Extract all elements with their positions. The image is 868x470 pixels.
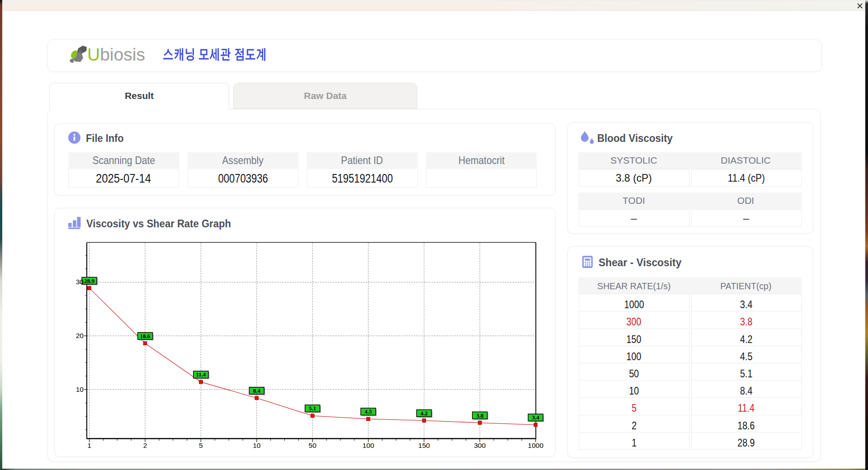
svg-text:10: 10 <box>76 385 84 393</box>
svg-text:4.5: 4.5 <box>365 409 372 415</box>
svg-text:150: 150 <box>418 442 430 449</box>
svg-text:2: 2 <box>143 442 147 449</box>
svg-text:30: 30 <box>76 278 84 286</box>
svg-text:18.6: 18.6 <box>140 333 151 339</box>
svg-text:20: 20 <box>76 332 84 339</box>
svg-text:10: 10 <box>253 442 261 449</box>
svg-text:100: 100 <box>363 442 374 449</box>
svg-text:50: 50 <box>309 442 317 449</box>
svg-text:5.1: 5.1 <box>309 405 316 412</box>
svg-text:8.4: 8.4 <box>253 388 261 394</box>
svg-text:5: 5 <box>199 442 203 449</box>
svg-text:4.2: 4.2 <box>420 410 428 417</box>
svg-text:300: 300 <box>474 442 486 449</box>
svg-text:1: 1 <box>87 442 91 449</box>
svg-text:1000: 1000 <box>528 442 544 449</box>
svg-text:3.8: 3.8 <box>476 413 483 419</box>
svg-text:11.4: 11.4 <box>196 371 206 378</box>
svg-text:3.4: 3.4 <box>532 414 540 421</box>
svg-text:28.9: 28.9 <box>84 278 94 284</box>
